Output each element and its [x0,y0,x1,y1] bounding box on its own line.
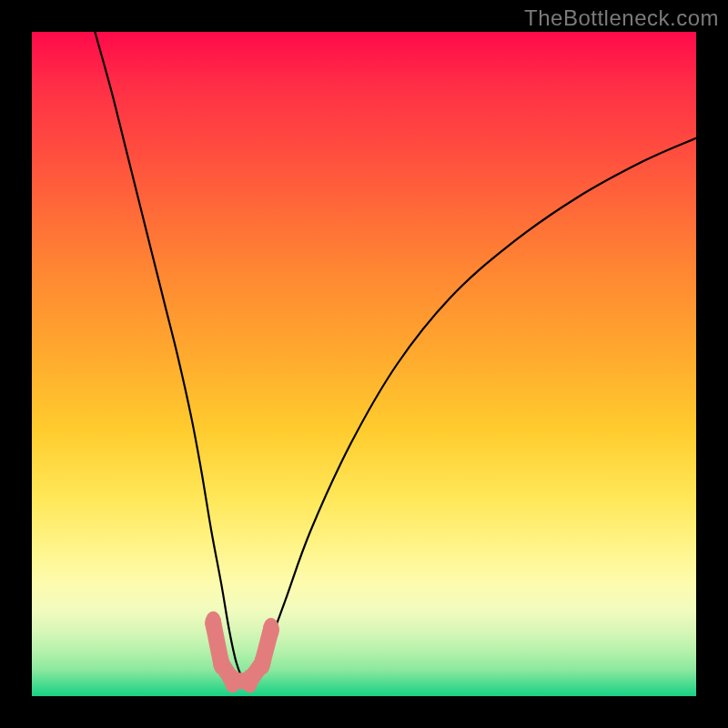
marker-valley-right [241,669,258,693]
marker-valley-left [224,669,240,693]
chart-stage: TheBottleneck.com [0,0,728,728]
bottleneck-curve [95,32,696,683]
marker-left-upper [205,612,221,635]
chart-svg [32,32,696,696]
marker-right-upper [263,618,279,642]
plot-area [32,32,696,696]
curve-markers-group [205,612,279,693]
marker-left-lower [213,652,229,675]
watermark-text: TheBottleneck.com [524,5,719,31]
marker-right-lower [254,652,270,675]
